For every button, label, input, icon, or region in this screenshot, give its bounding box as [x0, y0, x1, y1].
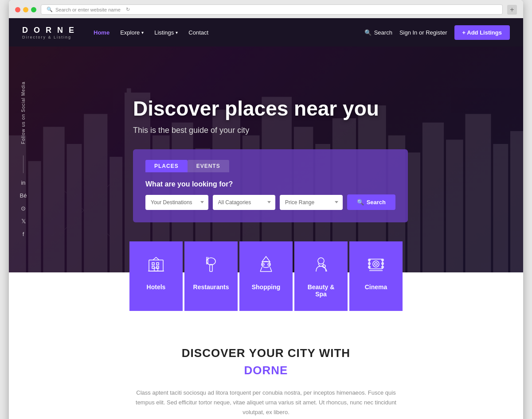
svg-point-46 [318, 258, 324, 264]
nav-home[interactable]: Home [94, 29, 110, 36]
nav-explore[interactable]: Explore [120, 29, 144, 36]
search-icon: 🔍 [47, 7, 53, 12]
logo[interactable]: D O R N E Directory & Listing [22, 26, 76, 39]
category-select[interactable]: All Catagories [213, 195, 276, 210]
hero-section: Follow us on Social Media in Bé ⊙ 𝕏 f Di… [9, 47, 523, 272]
refresh-icon[interactable]: ↻ [126, 7, 130, 12]
cinema-icon [367, 255, 385, 277]
svg-point-41 [262, 264, 264, 265]
svg-rect-28 [152, 263, 154, 265]
search-tabs: PLACES EVENTS [145, 160, 395, 172]
social-sidebar: Follow us on Social Media in Bé ⊙ 𝕏 f [9, 47, 38, 272]
beauty-spa-label: Beauty & Spa [303, 283, 339, 298]
svg-rect-27 [149, 260, 163, 271]
category-hotels[interactable]: Hotels [129, 241, 183, 311]
window-controls [15, 7, 36, 12]
social-divider [23, 155, 23, 173]
category-shopping[interactable]: Shopping [239, 241, 293, 311]
svg-point-40 [262, 261, 270, 268]
add-listings-button[interactable]: + Add Listings [454, 25, 510, 40]
facebook-icon[interactable]: f [23, 231, 24, 237]
svg-point-42 [268, 264, 270, 265]
svg-line-44 [270, 267, 272, 272]
nav-listings[interactable]: Listings [154, 29, 178, 36]
category-cinema[interactable]: Cinema [349, 241, 403, 311]
hero-title: Discover places near you [133, 97, 523, 120]
hero-subtitle: This is the best guide of your city [133, 126, 523, 135]
main-nav: Home Explore Listings Contact [94, 29, 208, 36]
beauty-spa-icon [312, 255, 330, 277]
signin-link[interactable]: Sign In or Register [399, 29, 447, 36]
address-text: Search or enter website name [55, 7, 121, 12]
maximize-button[interactable] [31, 7, 36, 12]
cinema-label: Cinema [365, 283, 387, 291]
svg-rect-29 [156, 263, 159, 265]
browser-chrome: 🔍 Search or enter website name ↻ + [9, 0, 523, 18]
svg-point-49 [373, 261, 379, 267]
behance-icon[interactable]: Bé [20, 192, 27, 199]
minimize-button[interactable] [23, 7, 28, 12]
search-icon: 🔍 [357, 199, 364, 206]
website: D O R N E Directory & Listing Home Explo… [9, 18, 523, 419]
social-label: Follow us on Social Media [21, 81, 26, 144]
category-beauty-spa[interactable]: Beauty & Spa [294, 241, 348, 311]
destination-select[interactable]: Your Destinations [145, 195, 208, 210]
hero-content: Discover places near you This is the bes… [9, 97, 523, 222]
search-fields: Your Destinations All Catagories Price R… [145, 194, 395, 210]
svg-line-43 [260, 267, 262, 272]
logo-subtitle: Directory & Listing [22, 35, 76, 39]
tab-places[interactable]: PLACES [145, 160, 188, 172]
logo-title: D O R N E [22, 26, 76, 35]
discover-section: DISCOVER YOUR CITY WITH DORNE Class apte… [9, 311, 523, 419]
category-cards: Hotels Restaurants Shopping [9, 241, 523, 311]
close-button[interactable] [15, 7, 20, 12]
linkedin-icon[interactable]: in [21, 179, 25, 186]
shopping-label: Shopping [252, 283, 281, 291]
svg-point-50 [375, 263, 377, 265]
address-bar[interactable]: 🔍 Search or enter website name ↻ [41, 4, 503, 15]
hotels-icon [147, 255, 165, 277]
new-tab-button[interactable]: + [507, 5, 517, 15]
svg-marker-39 [262, 256, 270, 262]
discover-description: Class aptent taciti sociosqu ad litora t… [133, 388, 399, 417]
hotels-label: Hotels [147, 283, 166, 291]
header: D O R N E Directory & Listing Home Explo… [9, 18, 523, 47]
restaurants-label: Restaurants [193, 283, 229, 291]
search-question: What are you looking for? [145, 180, 395, 188]
discover-heading-2: DORNE [22, 364, 510, 377]
price-select[interactable]: Price Range [280, 195, 343, 210]
nav-contact[interactable]: Contact [188, 29, 208, 36]
shopping-icon [257, 255, 275, 277]
browser-window: 🔍 Search or enter website name ↻ + D O R… [9, 0, 523, 419]
header-right: 🔍 Search Sign In or Register + Add Listi… [364, 25, 510, 40]
category-restaurants[interactable]: Restaurants [184, 241, 238, 311]
svg-rect-35 [210, 264, 212, 272]
search-button[interactable]: 🔍 Search [347, 194, 395, 210]
header-search-button[interactable]: 🔍 Search [364, 29, 392, 36]
twitter-icon[interactable]: 𝕏 [21, 218, 26, 225]
tab-events[interactable]: EVENTS [188, 160, 229, 172]
restaurants-icon [202, 255, 220, 277]
search-box: PLACES EVENTS What are you looking for? … [133, 149, 408, 222]
search-icon: 🔍 [364, 29, 372, 36]
discover-heading-1: DISCOVER YOUR CITY WITH [22, 346, 510, 360]
dribbble-icon[interactable]: ⊙ [21, 205, 26, 212]
